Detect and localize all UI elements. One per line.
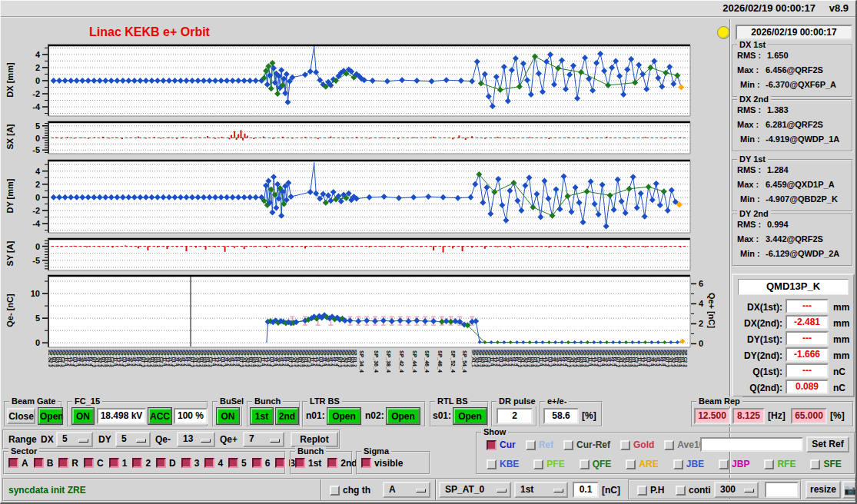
- show-cur-ref-checkbox[interactable]: Cur-Ref: [563, 439, 610, 450]
- fc15-acc-button[interactable]: ACC: [148, 408, 171, 424]
- stat-max-value: 6.459@QXD1P_A: [766, 180, 835, 189]
- checkbox-label: 1st: [308, 458, 321, 469]
- sector-4-checkbox[interactable]: 4: [204, 458, 223, 469]
- sector-5-checkbox[interactable]: 5: [228, 458, 247, 469]
- plot-ylabel-dx: DX [mm]: [5, 49, 15, 111]
- show-sfe-checkbox[interactable]: SFE: [810, 459, 841, 469]
- checkbox-label: QFE: [593, 459, 612, 469]
- beam-gate-open-button[interactable]: Open: [38, 408, 62, 424]
- sector-c-checkbox[interactable]: C: [84, 458, 104, 469]
- ltr-n02-open-button[interactable]: Open: [387, 408, 420, 424]
- svg-text:5: 5: [35, 121, 40, 131]
- screenshot-camera-button[interactable]: 📷: [842, 481, 856, 499]
- bunch-2nd-button[interactable]: 2nd: [276, 408, 298, 424]
- svg-text:6: 6: [699, 279, 703, 288]
- bunch-select-2nd-checkbox[interactable]: 2nd: [327, 458, 357, 469]
- show-cur-checkbox[interactable]: Cur: [487, 439, 516, 450]
- bunch-1st-button[interactable]: 1st: [251, 408, 273, 424]
- top-datetime: 2026/02/19 00:00:17: [722, 2, 815, 14]
- resize-button[interactable]: resize: [806, 481, 841, 499]
- stat-max-label: Max :: [737, 120, 759, 129]
- sector-6-checkbox[interactable]: 6: [252, 458, 271, 469]
- set-ref-button[interactable]: Set Ref: [806, 436, 849, 453]
- svg-text:0: 0: [35, 76, 40, 85]
- sector-d-checkbox[interactable]: D: [156, 458, 176, 469]
- dx-plot-canvas[interactable]: 420-2-4: [24, 45, 719, 118]
- rtl-s01-open-button[interactable]: Open: [453, 408, 487, 424]
- stat-max-value: 6.281@QRF2S: [766, 120, 823, 129]
- top-status-strip: 2026/02/19 00:00:17 v8.9: [1, 1, 857, 18]
- show-jbp-checkbox[interactable]: JBP: [719, 459, 749, 469]
- fc15-on-button[interactable]: ON: [72, 408, 94, 424]
- fc15-pct-field[interactable]: 100 %: [174, 408, 208, 424]
- stat-box-dy-1st: DY 1stRMS :1.284Max :6.459@QXD1P_AMin :-…: [732, 159, 853, 212]
- svg-text:2: 2: [699, 319, 703, 328]
- dr-pulse-field[interactable]: 2: [497, 408, 533, 424]
- sector-a-checkbox[interactable]: A: [8, 458, 28, 469]
- svg-text:0: 0: [35, 242, 40, 251]
- sector-3-checkbox[interactable]: 3: [181, 458, 200, 469]
- show-ref-checkbox[interactable]: Ref: [526, 439, 553, 450]
- replot-button[interactable]: Replot: [291, 432, 338, 447]
- svg-text:-2: -2: [32, 206, 40, 215]
- range-dy-option[interactable]: 5: [115, 432, 151, 447]
- qe-plot-canvas[interactable]: 10506420: [24, 275, 719, 349]
- range-row: Range DX 5 DY 5 Qe- 13 Qe+ 7 Replot: [2, 429, 340, 449]
- count-input[interactable]: [765, 482, 799, 498]
- show-kbe-checkbox[interactable]: KBE: [487, 459, 519, 469]
- ltr-n01-open-button[interactable]: Open: [327, 408, 360, 424]
- show-jbe-checkbox[interactable]: JBE: [673, 459, 704, 469]
- show-gold-checkbox[interactable]: Gold: [620, 439, 654, 450]
- conti-toggle[interactable]: conti: [676, 485, 711, 496]
- range-qep-option[interactable]: 7: [243, 432, 284, 447]
- bpm-name-label: SP_34_4: [359, 350, 364, 373]
- sector-1-checkbox[interactable]: 1: [109, 458, 128, 469]
- monitor-row-label: Q(1st):: [733, 366, 782, 377]
- sp-option[interactable]: SP_AT_0: [439, 482, 511, 498]
- chg-th-option[interactable]: A: [383, 482, 430, 498]
- checkbox-label: 4: [218, 458, 223, 469]
- show-ave10-checkbox[interactable]: Ave10: [664, 439, 704, 450]
- stat-min-label: Min :: [740, 194, 760, 204]
- bunch-option[interactable]: 1st: [514, 482, 568, 498]
- checkbox-icon: [34, 458, 44, 468]
- busel-on-button[interactable]: ON: [217, 408, 239, 424]
- svg-text:0: 0: [35, 134, 40, 143]
- sy-plot-canvas[interactable]: 0-5: [24, 238, 719, 272]
- bunch-group: Bunch 1st 2nd: [247, 401, 301, 427]
- right-panel-divider: [729, 19, 731, 502]
- sigma-visible-checkbox[interactable]: visible: [361, 458, 403, 469]
- fc15-kv-field[interactable]: 18.498 kV: [97, 408, 146, 424]
- threshold-field[interactable]: 0.1: [573, 482, 599, 498]
- status-time-field: 2026/02/19 00:00:17: [736, 25, 852, 40]
- checkbox-icon: [109, 458, 119, 468]
- show-rfe-checkbox[interactable]: RFE: [764, 459, 796, 469]
- range-dx-option[interactable]: 5: [56, 432, 93, 447]
- option-dash-icon: [78, 439, 88, 443]
- show-qfe-checkbox[interactable]: QFE: [580, 459, 612, 469]
- sector-2-checkbox[interactable]: 2: [132, 458, 151, 469]
- show-are-checkbox[interactable]: ARE: [626, 459, 658, 469]
- dy-plot-canvas[interactable]: 420-2-4: [24, 160, 719, 234]
- sector-r-checkbox[interactable]: R: [58, 458, 78, 469]
- ph-toggle[interactable]: P.H: [637, 485, 664, 496]
- bpm-monitor-title[interactable]: QMD13P_K: [738, 279, 849, 295]
- sx-plot-canvas[interactable]: 50-5: [24, 121, 719, 155]
- set-ref-input[interactable]: [700, 437, 803, 452]
- chg-th-toggle[interactable]: chg th: [330, 485, 370, 496]
- checkbox-icon: [810, 459, 820, 469]
- bunch-select-1st-checkbox[interactable]: 1st: [295, 458, 321, 469]
- monitor-row-unit: mm: [833, 334, 849, 345]
- sector-b-checkbox[interactable]: B: [34, 458, 54, 469]
- monitor-row-value: 0.089: [786, 380, 829, 394]
- count-option[interactable]: 300: [714, 482, 759, 498]
- checkbox-icon: [181, 458, 191, 468]
- checkbox-icon: [487, 459, 497, 469]
- show-pfe-checkbox[interactable]: PFE: [533, 459, 564, 469]
- stat-rms-label: RMS :: [737, 51, 761, 60]
- show-group: Show CurRefCur-RefGoldAve10 Set Ref KBEP…: [476, 432, 855, 475]
- checkbox-icon: [361, 458, 371, 468]
- range-qem-option[interactable]: 13: [177, 432, 215, 447]
- stat-box-dy-2nd: DY 2ndRMS :0.994Max :3.442@QRF2SMin :-6.…: [732, 214, 853, 267]
- beam-gate-close-button[interactable]: Close: [7, 408, 35, 424]
